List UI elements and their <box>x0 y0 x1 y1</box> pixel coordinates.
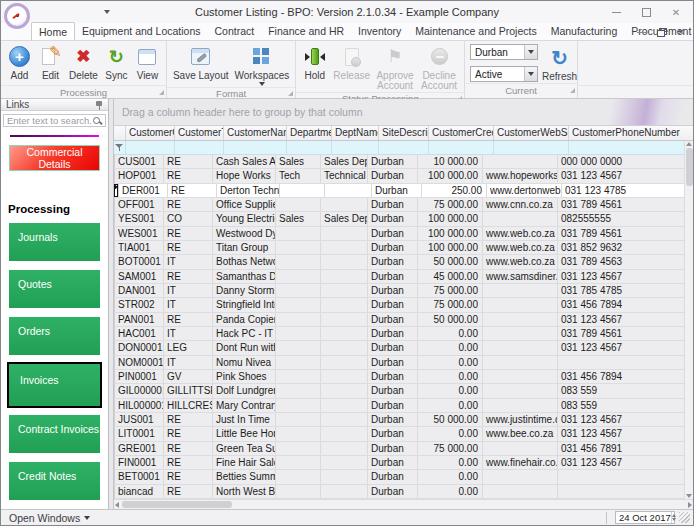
cell-sitedescription[interactable]: Durban <box>368 227 418 240</box>
cell-department[interactable] <box>280 184 325 197</box>
cell-customerphonenumber[interactable]: 031 123 4567 <box>558 456 693 469</box>
dialog-launcher-icon[interactable] <box>288 91 293 96</box>
table-row[interactable]: HOP001 RE Hope Works Tech Technical Durb… <box>114 169 693 183</box>
table-row[interactable]: YES001 CO Young Electric Sales Sales Dep… <box>114 212 693 226</box>
cell-deptname[interactable] <box>321 427 368 440</box>
horizontal-scroll-thumb[interactable] <box>122 501 232 508</box>
cell-deptname[interactable] <box>321 442 368 455</box>
cell-customername[interactable]: Bothas Networkin... <box>213 255 276 268</box>
filter-cell[interactable] <box>224 141 287 154</box>
cell-customertype[interactable]: RE <box>164 169 213 182</box>
sidebar-item[interactable]: Orders <box>9 317 100 355</box>
cell-customercode[interactable]: FIN0001 <box>115 456 164 469</box>
column-header-customercode[interactable]: CustomerCode <box>126 126 175 140</box>
filter-cell[interactable] <box>379 141 429 154</box>
cell-deptname[interactable] <box>321 327 368 340</box>
edit-button[interactable]: ✎ Edit <box>35 43 66 82</box>
cell-sitedescription[interactable]: Durban <box>372 184 422 197</box>
cell-customertype[interactable]: RE <box>164 456 213 469</box>
cell-department[interactable]: Sales <box>276 212 321 225</box>
magenta-gradient-bar[interactable] <box>10 135 99 137</box>
cell-customername[interactable]: Stringfield Intern... <box>213 298 276 311</box>
cell-customercode[interactable]: DON0001 <box>115 341 164 354</box>
cell-department[interactable] <box>276 456 321 469</box>
cell-deptname[interactable] <box>321 298 368 311</box>
cell-department[interactable]: Sales <box>276 155 321 168</box>
cell-customername[interactable]: Panda Copiers <box>213 313 276 326</box>
cell-customertype[interactable]: RE <box>164 270 213 283</box>
cell-customername[interactable]: Office Supplies U... <box>213 198 276 211</box>
close-button[interactable]: ✕ <box>661 1 691 23</box>
column-header-department[interactable]: Department <box>287 126 332 140</box>
cell-department[interactable] <box>276 442 321 455</box>
cell-deptname[interactable] <box>321 270 368 283</box>
cell-customername[interactable]: Hope Works <box>213 169 276 182</box>
cell-department[interactable] <box>276 241 321 254</box>
cell-customercreditlimit[interactable]: 50 000.00 <box>418 255 483 268</box>
cell-sitedescription[interactable]: Durban <box>368 155 418 168</box>
cell-sitedescription[interactable]: Durban <box>368 356 418 369</box>
cell-department[interactable] <box>276 298 321 311</box>
table-row[interactable]: CUS001 RE Cash Sales Account Sales Sales… <box>114 155 693 169</box>
cell-customerwebsite[interactable] <box>483 284 558 297</box>
cell-customerwebsite[interactable]: www.finehair.co.za <box>483 456 558 469</box>
site-filter-dropdown-button[interactable] <box>524 45 537 59</box>
dialog-launcher-icon[interactable] <box>570 88 575 93</box>
cell-customername[interactable]: Mary Contrary <box>213 399 276 412</box>
cell-sitedescription[interactable]: Durban <box>368 270 418 283</box>
cell-deptname[interactable] <box>321 284 368 297</box>
cell-customerwebsite[interactable] <box>483 212 558 225</box>
cell-customercode[interactable]: DAN001 <box>115 284 164 297</box>
cell-customerwebsite[interactable] <box>483 399 558 412</box>
cell-sitedescription[interactable]: Durban <box>368 470 418 483</box>
cell-customercreditlimit[interactable]: 250.00 <box>422 184 487 197</box>
cell-customername[interactable]: Derton Technolo... <box>217 184 280 197</box>
ribbon-tab[interactable]: Finance and HR <box>261 22 351 40</box>
cell-sitedescription[interactable]: Durban <box>368 198 418 211</box>
cell-department[interactable] <box>276 370 321 383</box>
cell-sitedescription[interactable]: Durban <box>368 255 418 268</box>
table-row[interactable]: PAN001 RE Panda Copiers Durban 50 000.00… <box>114 313 693 327</box>
cell-customercreditlimit[interactable]: 45 000.00 <box>418 270 483 283</box>
cell-sitedescription[interactable]: Durban <box>368 456 418 469</box>
filter-cell[interactable] <box>126 141 175 154</box>
filter-cell[interactable] <box>569 141 693 154</box>
cell-department[interactable]: Tech <box>276 169 321 182</box>
cell-customertype[interactable]: GILLITTSPA <box>164 384 213 397</box>
add-button[interactable]: + Add <box>4 43 35 82</box>
table-row[interactable]: LIT0001 RE Little Bee Honey Durban 0.00 … <box>114 427 693 441</box>
cell-customercreditlimit[interactable]: 50 000.00 <box>418 413 483 426</box>
cell-department[interactable] <box>276 270 321 283</box>
dialog-launcher-icon[interactable] <box>159 90 164 95</box>
cell-customercode[interactable]: NOM0001 <box>115 356 164 369</box>
table-row[interactable]: STR002 IT Stringfield Intern... Durban 7… <box>114 298 693 312</box>
cell-deptname[interactable] <box>321 241 368 254</box>
cell-department[interactable] <box>276 198 321 211</box>
filter-cell[interactable] <box>429 141 494 154</box>
site-filter-dropdown[interactable]: Durban <box>470 44 538 60</box>
cell-customerwebsite[interactable] <box>483 370 558 383</box>
column-header-customerwebsite[interactable]: CustomerWebSite <box>494 126 569 140</box>
cell-customername[interactable]: Little Bee Honey <box>213 427 276 440</box>
cell-department[interactable] <box>276 227 321 240</box>
cell-customername[interactable]: Nomu Nivea <box>213 356 276 369</box>
cell-customertype[interactable]: IT <box>164 255 213 268</box>
cell-customercreditlimit[interactable]: 0.00 <box>418 356 483 369</box>
column-header-deptname[interactable]: DeptName <box>332 126 379 140</box>
cell-customercreditlimit[interactable]: 0.00 <box>418 370 483 383</box>
cell-customercreditlimit[interactable]: 100 000.00 <box>418 169 483 182</box>
table-row[interactable]: FIN0001 RE Fine Hair Salon Durban 0.00 w… <box>114 456 693 470</box>
cell-customercode[interactable]: HAC001 <box>115 327 164 340</box>
cell-customerphonenumber[interactable]: 000 000 0000 <box>558 155 693 168</box>
child-close-button[interactable]: ✕ <box>673 25 689 39</box>
cell-customerphonenumber[interactable]: 031 123 4785 <box>562 184 693 197</box>
cell-customerphonenumber[interactable]: 031 123 4567 <box>558 169 693 182</box>
table-row[interactable]: TIA001 RE Titan Group Durban 100 000.00 … <box>114 241 693 255</box>
sidebar-item[interactable]: Contract Invoices <box>9 415 100 453</box>
app-logo-icon[interactable] <box>4 3 30 29</box>
search-icon[interactable] <box>92 116 102 126</box>
delete-button[interactable]: ✖ Delete <box>66 43 101 82</box>
cell-deptname[interactable] <box>321 470 368 483</box>
cell-sitedescription[interactable]: Durban <box>368 413 418 426</box>
cell-customertype[interactable]: IT <box>164 284 213 297</box>
